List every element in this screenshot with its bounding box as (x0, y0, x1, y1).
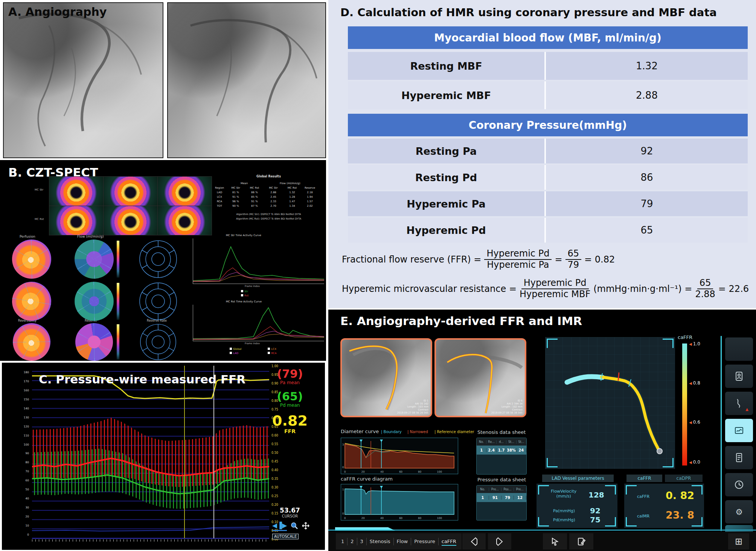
sidebar-button-report[interactable] (725, 446, 753, 469)
results-tab-cadpr[interactable]: caDPR (665, 475, 703, 482)
vessel-map[interactable] (545, 337, 675, 469)
time-activity-curve-1 (193, 238, 324, 284)
caffr-curve-plot[interactable]: 1 0 020406080100 (341, 484, 458, 520)
layout-grid-button[interactable]: ⊞ (728, 533, 749, 549)
global-results-title: Global Results (213, 174, 325, 179)
stenosis-sheet-title: Stenosis data sheet (477, 429, 526, 435)
zoom-icon[interactable] (291, 522, 298, 531)
angio-thumbnail-2[interactable]: ID 6AAI 2 394 34Length : 102 mmContrast2… (434, 338, 526, 417)
scale-mark-1: ◀1.0 (689, 341, 700, 346)
colorbar (117, 283, 119, 320)
sidebar-button-blank[interactable] (725, 337, 753, 361)
next-button[interactable] (488, 533, 511, 549)
caffr-scale-bar (682, 343, 687, 466)
group-flow: Flow (ml/min/g) (280, 181, 300, 186)
autoscale-button[interactable]: AUTOSCALE (272, 534, 299, 539)
sidebar-button-history[interactable] (725, 473, 753, 496)
tab-flow[interactable]: Flow (393, 538, 411, 545)
ffr-value: 0.82 (262, 412, 318, 429)
flow-map (75, 240, 114, 279)
annotate-tool-button[interactable] (569, 533, 593, 549)
stenosis-row: 12.41.738%24 (477, 446, 526, 455)
spect-slice (157, 176, 212, 206)
spect-slice (157, 206, 212, 235)
move-icon[interactable] (302, 522, 309, 531)
stenosis-data-sheet[interactable]: No.Re...d...St...St... 12.41.738%24 (476, 438, 527, 475)
sidebar-button-vessel[interactable]: ▲ (725, 392, 753, 415)
diameter-curve-title: Diameter curve (341, 429, 379, 434)
angio-thumbnail-1[interactable]: ID 1AAI 35 162Length : 103 mmContrast201… (340, 338, 432, 417)
table-row: Resting Pa 92 (348, 139, 748, 163)
tab-caffr[interactable]: caFFR (438, 538, 459, 545)
alert-triangle-icon: ▲ (745, 407, 748, 411)
legend-reference: | Reference diameter (434, 430, 474, 434)
sidebar-button-analysis-active[interactable] (725, 419, 753, 442)
table-row: Hyperemic MBF 2.88 (348, 81, 748, 109)
spect-row1-label: MC Str (35, 188, 43, 191)
pressure-table-header: Coronary Pressure(mmHg) (348, 114, 748, 136)
segment-diagram (139, 240, 178, 279)
pan-horizontal-icon[interactable]: ◀▐▶ (272, 522, 287, 531)
caffr-scale-title: caFFR (678, 334, 692, 340)
scale-mark-3: ◀0.6 (689, 420, 700, 425)
caffr-y-top: 1 (342, 488, 344, 491)
diameter-y-top: 3 (342, 443, 344, 446)
vessel-sketch-2 (168, 3, 325, 157)
bottom-toolbar: 1 2 3 Stenosis Flow Pressure caFFR ⊞ (328, 532, 756, 551)
pressure-headers: No.Pre...Pos...Pre... (477, 485, 526, 493)
prev-button[interactable] (462, 533, 486, 549)
pressure-data-sheet[interactable]: No.Pre...Pos...Pre... 1917912 (476, 485, 527, 520)
results-box: caFFR 0. 82 caIMR 23. 8 (624, 484, 704, 528)
row-label: Hyperemic Pa (348, 198, 544, 210)
panel-angiography-derived: E. Angiography-derived FFR and IMR ID 1A… (328, 310, 756, 551)
row-label: Resting Pd (348, 172, 544, 183)
results-tab-caffr[interactable]: caFFR (626, 475, 662, 482)
spect-slice (103, 206, 158, 235)
tab-pressure[interactable]: Pressure (411, 538, 438, 545)
vessel-params-box: FlowVelocity(mm/s) 128 Pa(mmHg) 92 Pd(mm… (537, 484, 617, 528)
spect-slice (103, 176, 158, 206)
global-results-rows: LAD81 %86 %2.881.322.18LCX91 %85 %2.451.… (213, 190, 325, 208)
panel-pressure-wire-ffr: 1801701601501401301201101009080706050403… (1, 362, 326, 551)
scale-mark-4: ◀0.0 (689, 459, 700, 465)
tab-3[interactable]: 3 (357, 538, 366, 545)
global-results: Global Results Mean Flow (ml/min/g) Regi… (213, 174, 325, 221)
diameter-curve-plot[interactable]: 3 0 020406080100 (341, 438, 458, 474)
pressure-row: 1917912 (477, 493, 526, 502)
tab-2[interactable]: 2 (347, 538, 357, 545)
flow-map (75, 323, 113, 361)
pressure-axis: 1801701601501401301201101009080706050403… (17, 371, 29, 536)
pressure-plot[interactable]: C. Pressure-wire measured FFR (32, 366, 269, 543)
spect-row2-label: MC Rst (35, 218, 44, 221)
flow-velocity-label: FlowVelocity(mm/s) (551, 489, 576, 499)
pd-value: 75 (590, 515, 601, 524)
row-value: 65 (544, 218, 748, 243)
perfusion-map (4, 274, 59, 329)
tab-stenosis[interactable]: Stenosis (366, 538, 393, 545)
pointer-tool-button[interactable] (543, 533, 567, 549)
diameter-y-bottom: 0 (342, 466, 344, 469)
thumbnail-meta: ID 1AAI 35 162Length : 103 mmContrast201… (397, 399, 428, 414)
angiography-image-2 (167, 2, 326, 158)
tab-1[interactable]: 1 (338, 538, 347, 545)
timeline-progress[interactable] (335, 527, 395, 531)
table-row: Resting MBF 1.32 (348, 52, 748, 80)
curve1-x-label: Frame Index (245, 285, 260, 288)
flow-map (75, 282, 114, 321)
curve2-x-label: Frame Index (245, 342, 260, 345)
algorithm-line-2: Algorithm (MC Rst): DSPECT Tc-99m BGI Ne… (213, 217, 325, 221)
panel-czt-spect: B. CZT-SPECT MC Str MC Rst Global Result… (0, 160, 326, 361)
spect-slice (49, 206, 104, 235)
sidebar-button-settings[interactable]: ⚙ (725, 500, 753, 524)
flow-label: Flow (ml/min/g) (77, 235, 104, 238)
time-axis (32, 539, 269, 542)
row-label: Hyperemic Pd (348, 224, 544, 236)
spect-slice (49, 176, 104, 206)
sidebar-button-patient[interactable] (725, 365, 753, 388)
vessel-sketch-1 (4, 3, 163, 157)
row-value: 92 (544, 139, 748, 163)
pd-mean-value: (65) (262, 390, 318, 403)
caffr-curve-title: caFFR curve diagram (341, 476, 393, 482)
row-value: 86 (544, 165, 748, 190)
curve2-legend: Global LAD LCX RCA (230, 347, 277, 356)
